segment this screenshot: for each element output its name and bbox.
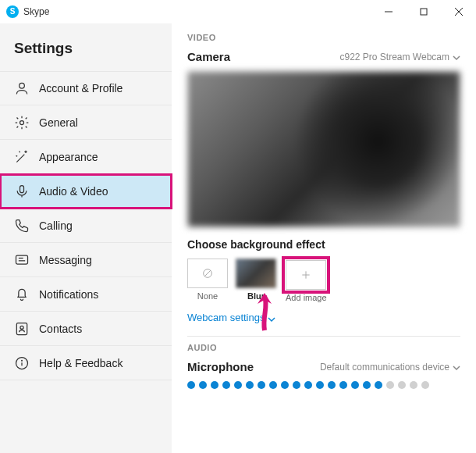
effect-label: Add image bbox=[286, 293, 327, 302]
meter-dot bbox=[316, 381, 324, 389]
meter-dot bbox=[351, 381, 359, 389]
sidebar-item-info[interactable]: Help & Feedback bbox=[0, 346, 172, 380]
meter-dot bbox=[187, 381, 195, 389]
info-icon bbox=[14, 355, 30, 371]
blur-tile[interactable] bbox=[236, 259, 276, 288]
none-tile[interactable] bbox=[187, 259, 228, 288]
meter-dot bbox=[363, 381, 371, 389]
titlebar-left: S Skype bbox=[6, 5, 49, 18]
sidebar-item-label: Calling bbox=[39, 219, 73, 232]
sidebar-item-bell[interactable]: Notifications bbox=[0, 277, 172, 312]
meter-dot bbox=[222, 381, 230, 389]
effect-label: Blur bbox=[247, 291, 265, 301]
maximize-button[interactable] bbox=[406, 0, 441, 23]
camera-dropdown[interactable]: c922 Pro Stream Webcam bbox=[339, 52, 460, 62]
chevron-down-icon bbox=[453, 363, 460, 371]
audio-section-label: AUDIO bbox=[187, 343, 460, 352]
background-effect-none[interactable]: None bbox=[187, 259, 228, 304]
camera-label: Camera bbox=[187, 50, 230, 63]
sidebar-item-label: Contacts bbox=[39, 323, 82, 335]
sidebar-item-label: Notifications bbox=[39, 288, 98, 301]
message-icon bbox=[14, 252, 30, 268]
svg-rect-6 bbox=[20, 185, 24, 192]
meter-dot bbox=[211, 381, 218, 389]
wand-icon bbox=[14, 149, 30, 165]
sidebar-item-label: Help & Feedback bbox=[39, 357, 123, 369]
svg-rect-1 bbox=[421, 9, 427, 15]
microphone-value: Default communications device bbox=[320, 362, 449, 373]
camera-value: c922 Pro Stream Webcam bbox=[339, 52, 449, 62]
sidebar-item-label: Messaging bbox=[39, 254, 92, 266]
minimize-button[interactable] bbox=[371, 0, 406, 23]
camera-preview bbox=[187, 71, 460, 227]
background-effect-blur[interactable]: Blur bbox=[236, 259, 276, 304]
person-icon bbox=[14, 80, 30, 96]
sidebar-item-contacts[interactable]: Contacts bbox=[0, 312, 172, 346]
svg-point-11 bbox=[20, 326, 23, 329]
phone-icon bbox=[14, 218, 30, 234]
sidebar-item-wand[interactable]: Appearance bbox=[0, 140, 172, 174]
background-effect-add[interactable]: Add image bbox=[284, 259, 329, 304]
svg-line-16 bbox=[204, 270, 211, 276]
settings-sidebar: Settings Account & ProfileGeneralAppeara… bbox=[0, 23, 172, 453]
microphone-dropdown[interactable]: Default communications device bbox=[320, 362, 460, 373]
mic-icon bbox=[14, 184, 30, 199]
close-button[interactable] bbox=[441, 0, 476, 23]
meter-dot bbox=[258, 381, 265, 389]
window-titlebar: S Skype bbox=[0, 0, 476, 23]
svg-point-14 bbox=[22, 360, 23, 361]
sidebar-item-label: Appearance bbox=[39, 151, 98, 163]
microphone-level-meter bbox=[187, 381, 460, 389]
sidebar-item-label: Account & Profile bbox=[39, 82, 123, 95]
meter-dot bbox=[199, 381, 207, 389]
meter-dot bbox=[410, 381, 417, 389]
microphone-row[interactable]: Microphone Default communications device bbox=[187, 360, 460, 373]
gear-icon bbox=[14, 115, 30, 130]
skype-logo-icon: S bbox=[6, 5, 19, 18]
meter-dot bbox=[421, 381, 429, 389]
chevron-down-icon bbox=[453, 53, 460, 61]
meter-dot bbox=[234, 381, 242, 389]
settings-content: VIDEO Camera c922 Pro Stream Webcam Choo… bbox=[172, 23, 476, 453]
microphone-label: Microphone bbox=[187, 360, 254, 373]
sidebar-item-gear[interactable]: General bbox=[0, 105, 172, 140]
sidebar-item-phone[interactable]: Calling bbox=[0, 209, 172, 243]
meter-dot bbox=[246, 381, 254, 389]
sidebar-item-mic[interactable]: Audio & Video bbox=[0, 174, 172, 209]
svg-point-5 bbox=[20, 120, 24, 124]
svg-rect-7 bbox=[16, 255, 28, 264]
meter-dot bbox=[304, 381, 312, 389]
sidebar-item-label: General bbox=[39, 116, 78, 129]
effect-label: None bbox=[197, 291, 218, 301]
window-controls bbox=[371, 0, 476, 23]
webcam-settings-label: Webcam settings bbox=[187, 312, 265, 323]
section-divider bbox=[187, 336, 460, 337]
meter-dot bbox=[375, 381, 382, 389]
window-title: Skype bbox=[23, 6, 49, 17]
sidebar-item-person[interactable]: Account & Profile bbox=[0, 71, 172, 105]
meter-dot bbox=[386, 381, 394, 389]
meter-dot bbox=[339, 381, 347, 389]
background-effects: NoneBlurAdd image bbox=[187, 259, 460, 304]
sidebar-item-label: Audio & Video bbox=[39, 185, 108, 198]
camera-row[interactable]: Camera c922 Pro Stream Webcam bbox=[187, 50, 460, 63]
add-tile[interactable] bbox=[286, 260, 326, 290]
meter-dot bbox=[269, 381, 277, 389]
meter-dot bbox=[328, 381, 336, 389]
sidebar-item-message[interactable]: Messaging bbox=[0, 243, 172, 277]
contacts-icon bbox=[14, 321, 30, 337]
background-effect-heading: Choose background effect bbox=[187, 238, 460, 251]
video-section-label: VIDEO bbox=[187, 33, 460, 42]
meter-dot bbox=[281, 381, 289, 389]
bell-icon bbox=[14, 287, 30, 302]
settings-heading: Settings bbox=[0, 29, 172, 71]
webcam-settings-link[interactable]: Webcam settings bbox=[187, 312, 460, 323]
svg-point-4 bbox=[20, 83, 25, 88]
chevron-down-icon bbox=[268, 314, 275, 322]
meter-dot bbox=[398, 381, 406, 389]
meter-dot bbox=[293, 381, 300, 389]
